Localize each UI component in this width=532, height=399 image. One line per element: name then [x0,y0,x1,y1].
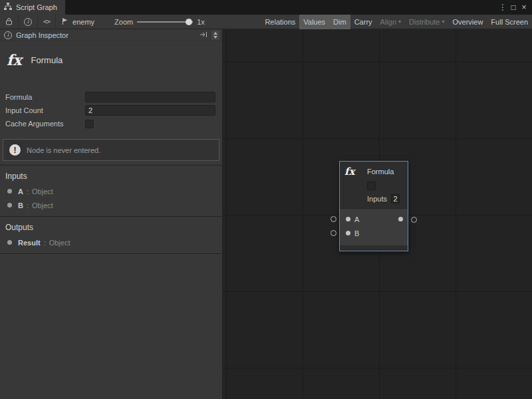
port-type: Object [32,201,53,209]
cache-arguments-checkbox[interactable] [85,120,94,128]
node-footer [340,245,408,251]
script-graph-icon [4,3,12,12]
output-port-dot[interactable] [398,217,403,221]
zoom-control: Zoom 1x [114,18,205,26]
port-label: A [354,215,359,223]
zoom-value: 1x [197,18,205,26]
carry-label: Carry [354,18,372,26]
dock-icon[interactable] [200,31,207,39]
close-icon[interactable]: × [519,3,529,12]
node-inputs-row: Inputs 2 [367,194,404,204]
distribute-label: Distribute [409,18,440,26]
node-title: Formula [367,168,394,176]
lock-group [0,15,19,29]
formula-node[interactable]: fx Formula Inputs 2 A B [339,161,408,251]
inputs-section-header: Inputs [0,166,222,184]
maximize-icon[interactable]: □ [508,3,519,12]
inspector-header: i Graph Inspector [0,29,222,41]
relations-label: Relations [265,18,295,26]
align-button[interactable]: Align▾ [376,15,405,29]
graph-asset-icon [61,17,69,27]
distribute-button[interactable]: Distribute▾ [405,15,448,29]
tab-bar: Script Graph ⋮ □ × [0,0,532,15]
spinner-down-icon[interactable] [213,36,217,39]
input-port-a: A : Object [0,184,222,198]
formula-input[interactable] [85,92,215,102]
port-type: Object [32,188,53,196]
info-icon: i [4,31,12,39]
connection-point-left-a[interactable] [331,216,336,222]
info-group: i [19,15,38,29]
code-view-icon[interactable]: <> [43,18,50,25]
port-separator: : [44,239,46,247]
node-formula-field[interactable] [367,182,376,190]
spinner-up-icon[interactable] [213,32,217,35]
zoom-slider-handle[interactable] [186,19,192,25]
divider [0,253,222,254]
input-count-field-row: Input Count [0,104,222,117]
full-screen-label: Full Screen [491,18,528,26]
node-ports-section: A B [340,208,408,245]
dim-button[interactable]: Dim [329,15,350,29]
input-port-a-dot[interactable] [346,217,350,221]
input-port-b-dot[interactable] [346,231,350,235]
tab-label: Script Graph [16,3,57,11]
values-button[interactable]: Values [299,15,329,29]
port-type: Object [49,239,70,247]
toolbar-buttons: Relations Values Dim Carry Align▾ Distri… [261,15,532,29]
port-dot-icon [7,189,12,194]
warning-text: Node is never entered. [27,146,100,154]
formula-field-label: Formula [5,93,85,101]
lock-icon[interactable] [5,17,13,27]
graph-name: enemy [72,18,94,26]
cache-arguments-field-row: Cache Arguments [0,117,222,130]
input-port-b: B : Object [0,198,222,212]
port-name: B [18,201,23,209]
tab-script-graph[interactable]: Script Graph [0,0,65,15]
relations-button[interactable]: Relations [261,15,299,29]
input-count-input[interactable] [85,105,215,116]
port-dot-icon [7,203,12,207]
node-port-row-a: A [340,212,408,226]
panel-spinner[interactable] [211,31,219,40]
carry-button[interactable]: Carry [350,15,376,29]
overview-label: Overview [453,18,483,26]
fx-icon: fx [7,51,22,68]
align-label: Align [380,18,396,26]
code-group: <> [38,15,56,29]
zoom-label: Zoom [114,18,133,26]
full-screen-button[interactable]: Full Screen [487,15,532,29]
node-inputs-label: Inputs [367,195,387,203]
connection-point-left-b[interactable] [331,230,336,236]
chevron-down-icon: ▾ [398,19,401,25]
fx-icon: fx [344,166,367,178]
zoom-slider[interactable] [137,21,193,23]
node-input-count-field[interactable]: 2 [391,194,400,203]
output-port-result: Result : Object [0,235,222,249]
warning-box: ! Node is never entered. [3,139,219,161]
unit-title-block: fx Formula [0,41,222,78]
formula-field-row: Formula [0,90,222,104]
inspector-title: Graph Inspector [16,31,68,39]
graph-breadcrumb[interactable]: enemy [61,17,94,27]
graph-toolbar: i <> enemy Zoom 1x Relations Values Dim … [0,15,532,29]
kebab-menu-icon[interactable]: ⋮ [497,3,508,12]
node-port-row-b: B [340,226,408,240]
port-name: A [18,188,23,196]
unit-name: Formula [31,55,63,65]
node-title-row: fx Formula [344,165,404,178]
unity-window: Script Graph ⋮ □ × i <> enemy Zoom [0,0,532,399]
overview-button[interactable]: Overview [449,15,487,29]
input-count-field-label: Input Count [5,106,85,114]
chevron-down-icon: ▾ [442,19,445,25]
node-header: fx Formula Inputs 2 [340,162,408,204]
port-dot-icon [7,240,12,245]
info-icon[interactable]: i [24,18,32,26]
cache-arguments-field-label: Cache Arguments [5,120,85,128]
unit-fields: Formula Input Count Cache Arguments [0,90,222,130]
graph-canvas[interactable]: fx Formula Inputs 2 A B [223,29,532,399]
inspector-header-controls [200,31,219,40]
values-label: Values [303,18,325,26]
connection-point-right[interactable] [411,217,417,223]
dim-label: Dim [333,18,346,26]
